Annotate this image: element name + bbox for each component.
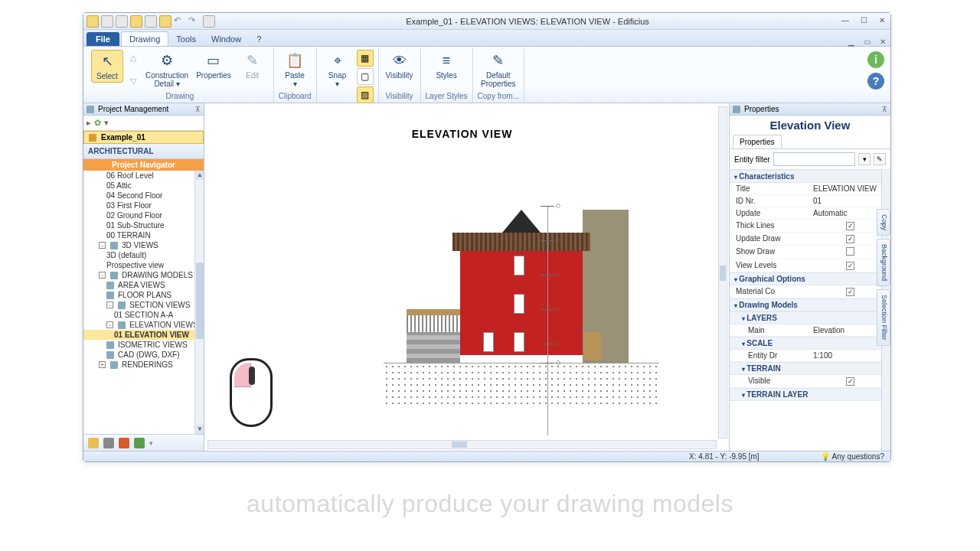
project-tree[interactable]: 06 Roof Level05 Attic04 Second Floor03 F… — [83, 171, 204, 434]
properties-button[interactable]: ▭ Properties — [194, 50, 234, 81]
bottom-tool-3[interactable] — [119, 438, 129, 448]
tree-item[interactable]: 02 Ground Floor — [83, 210, 204, 220]
snap-toggle-1[interactable]: ▦ — [357, 50, 374, 67]
construction-detail-button[interactable]: ⚙ Construction Detail ▾ — [143, 50, 191, 90]
tree-item[interactable]: CAD (DWG, DXF) — [83, 350, 204, 360]
info-icon[interactable]: i — [867, 51, 884, 68]
maximize-button[interactable]: ☐ — [858, 17, 869, 26]
prop-section-header[interactable]: SCALE — [730, 337, 890, 350]
prop-row[interactable]: Show Draw — [730, 246, 890, 259]
qat-undo-icon[interactable]: ↶ — [174, 15, 186, 28]
tree-item[interactable]: -SECTION VIEWS — [83, 300, 204, 310]
qat-folder-icon[interactable] — [116, 15, 128, 28]
project-name[interactable]: Example_01 — [83, 131, 204, 144]
snap-button[interactable]: ⌖ Snap ▾ — [322, 50, 354, 90]
prop-row[interactable]: UpdateAutomatic — [730, 207, 890, 220]
expander-icon[interactable]: - — [106, 302, 113, 308]
checkbox[interactable] — [846, 247, 854, 256]
mdi-restore[interactable]: ▭ — [864, 37, 871, 46]
prop-section-header[interactable]: TERRAIN — [730, 362, 890, 375]
tree-item[interactable]: 3D (default) — [83, 250, 204, 260]
expander-icon[interactable]: + — [99, 361, 106, 368]
expander-icon[interactable]: - — [99, 272, 106, 279]
pin-icon[interactable]: ⊼ — [195, 106, 201, 113]
side-tab-selection-filter[interactable]: Selection Filter — [877, 289, 890, 346]
tab-window[interactable]: Window — [204, 32, 249, 46]
prop-section-header[interactable]: TERRAIN LAYER — [730, 388, 890, 401]
tree-scrollbar[interactable]: ▲ ▼ — [194, 171, 204, 434]
bottom-tool-1[interactable] — [88, 438, 99, 448]
prop-row[interactable]: View Levels✓ — [730, 259, 890, 272]
file-menu[interactable]: File — [87, 32, 119, 46]
help-icon[interactable]: ? — [867, 73, 884, 90]
side-tab-copy[interactable]: Copy — [877, 209, 890, 236]
caret-down-icon[interactable]: ▽ — [130, 77, 136, 86]
tree-item[interactable]: 06 Roof Level — [83, 171, 204, 181]
expander-icon[interactable]: - — [106, 321, 113, 328]
prop-row[interactable]: Material Co✓ — [730, 285, 890, 298]
tree-item[interactable]: 01 SECTION A-A — [83, 310, 204, 320]
snap-toggle-3[interactable]: ▨ — [357, 86, 374, 103]
properties-grid[interactable]: CharacteristicsTitleELEVATION VIEWID Nr.… — [730, 170, 890, 451]
tree-item[interactable]: 01 ELEVATION VIEW — [83, 330, 204, 340]
prop-value[interactable]: ELEVATION VIEW — [810, 183, 890, 194]
bottom-tool-2[interactable] — [103, 438, 114, 448]
tree-item[interactable]: 05 Attic — [83, 181, 204, 191]
checkbox[interactable]: ✓ — [846, 235, 854, 243]
tree-item[interactable]: 03 First Floor — [83, 201, 204, 210]
checkbox[interactable]: ✓ — [846, 222, 854, 230]
visibility-button[interactable]: 👁 Visibility — [384, 50, 416, 81]
tree-item[interactable]: +RENDERINGS — [83, 360, 204, 370]
prop-section-header[interactable]: LAYERS — [730, 311, 890, 324]
qat-save-icon[interactable] — [130, 15, 142, 28]
bottom-tool-4[interactable] — [134, 438, 145, 448]
prop-row[interactable]: Update Draw✓ — [730, 233, 890, 246]
filter-dropdown-icon[interactable]: ▾ — [858, 153, 871, 165]
close-button[interactable]: ✕ — [877, 17, 887, 26]
prop-section-header[interactable]: Graphical Options — [730, 272, 890, 285]
qat-print-icon[interactable] — [145, 15, 157, 28]
tree-item[interactable]: FLOOR PLANS — [83, 290, 204, 300]
checkbox[interactable]: ✓ — [846, 288, 854, 296]
styles-button[interactable]: ≡ Styles — [430, 50, 462, 81]
snap-toggle-2[interactable]: ▢ — [357, 68, 374, 85]
canvas-vscroll[interactable] — [718, 106, 727, 439]
tree-item[interactable]: AREA VIEWS — [83, 280, 204, 290]
side-tab-background[interactable]: Background — [877, 239, 890, 286]
prop-row[interactable]: ID Nr.01 — [730, 195, 890, 207]
tab-help[interactable]: ? — [249, 32, 269, 46]
prop-row[interactable]: MainElevation — [730, 324, 890, 337]
qat-menu-icon[interactable] — [203, 15, 215, 28]
mdi-close[interactable]: ✕ — [880, 37, 886, 46]
tab-tools[interactable]: Tools — [168, 32, 204, 46]
drawing-canvas[interactable]: ELEVATION VIEW — [207, 106, 717, 439]
status-questions[interactable]: 💡 Any questions? — [821, 452, 884, 461]
checkbox[interactable]: ✓ — [846, 262, 854, 270]
bottom-dropdown[interactable]: ▾ — [149, 439, 153, 447]
prop-value[interactable]: 01 — [810, 195, 890, 207]
prop-row[interactable]: Visible✓ — [730, 375, 890, 388]
tree-item[interactable]: 04 Second Floor — [83, 191, 204, 201]
prop-value[interactable]: 1:100 — [810, 350, 890, 361]
minimize-button[interactable]: — — [840, 17, 851, 26]
prop-section-header[interactable]: Drawing Models — [730, 298, 890, 311]
select-button[interactable]: ↖ Select — [91, 50, 123, 83]
prop-section-header[interactable]: Characteristics — [730, 170, 890, 183]
prop-row[interactable]: Entity Dr1:100 — [730, 350, 890, 362]
tree-item[interactable]: ISOMETRIC VIEWS — [83, 340, 204, 350]
paste-button[interactable]: 📋 Paste ▾ — [279, 50, 311, 90]
edit-button[interactable]: ✎ Edit — [237, 50, 269, 81]
prop-row[interactable]: TitleELEVATION VIEW — [730, 183, 890, 195]
mdi-minimize[interactable]: ▁ — [848, 37, 854, 46]
navigator-header[interactable]: Project Navigator — [83, 159, 204, 171]
toolbar-tool-3[interactable]: ▾ — [104, 118, 109, 128]
toolbar-tool-1[interactable]: ▸ — [87, 118, 91, 128]
entity-filter-dropdown[interactable] — [773, 152, 855, 166]
tree-item[interactable]: -DRAWING MODELS — [83, 270, 204, 280]
tab-properties[interactable]: Properties — [733, 135, 782, 148]
default-properties-button[interactable]: ✎ Default Properties — [479, 50, 518, 90]
prop-value[interactable]: ✓ — [810, 375, 890, 387]
qat-new-icon[interactable] — [87, 15, 99, 28]
tree-item[interactable]: -ELEVATION VIEWS — [83, 320, 204, 330]
checkbox[interactable]: ✓ — [846, 377, 854, 386]
